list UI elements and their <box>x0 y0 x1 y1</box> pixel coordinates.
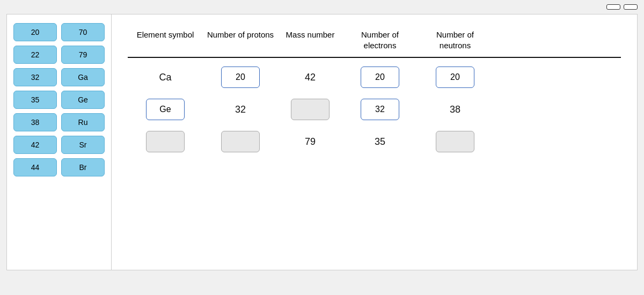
sidebar-btn-col1[interactable]: 20 <box>13 23 57 41</box>
sidebar-row: 2070 <box>13 23 105 41</box>
sidebar-btn-col1[interactable]: 32 <box>13 68 57 86</box>
cell-electrons-0[interactable] <box>342 67 418 88</box>
column-header-3: Number of electrons <box>342 25 418 55</box>
cell-mass-2-text: 79 <box>305 136 316 148</box>
cell-electrons-2-text: 35 <box>375 136 385 148</box>
cell-element-1-input[interactable] <box>146 99 185 120</box>
sidebar-btn-col2[interactable]: 70 <box>61 23 105 41</box>
cell-element-1[interactable] <box>128 99 203 120</box>
cell-neutrons-0-input[interactable] <box>436 67 474 88</box>
cell-neutrons-0[interactable] <box>418 67 493 88</box>
cell-protons-0-input[interactable] <box>221 67 260 88</box>
sidebar: 2070227932Ga35Ge38Ru42Sr44Br <box>7 14 112 270</box>
reset-button[interactable] <box>606 4 620 10</box>
column-header-2: Mass number <box>278 25 342 55</box>
sidebar-btn-col1[interactable]: 35 <box>13 91 57 109</box>
sidebar-row: 38Ru <box>13 113 105 131</box>
table-row-0: Ca42 <box>128 67 621 88</box>
sidebar-btn-col1[interactable]: 42 <box>13 136 57 154</box>
table-header: Element symbolNumber of protonsMass numb… <box>128 25 621 55</box>
cell-mass-1-input[interactable] <box>291 99 330 120</box>
cell-neutrons-2[interactable] <box>418 131 493 152</box>
sidebar-row: 2279 <box>13 46 105 64</box>
table-row-2: 7935 <box>128 131 621 152</box>
top-bar <box>0 0 644 14</box>
cell-neutrons-2-input[interactable] <box>436 131 474 152</box>
sidebar-btn-col2[interactable]: Br <box>61 158 105 176</box>
cell-neutrons-1: 38 <box>418 104 493 115</box>
table-row-1: 3238 <box>128 99 621 120</box>
column-header-1: Number of protons <box>203 25 278 55</box>
sidebar-btn-col1[interactable]: 22 <box>13 46 57 64</box>
sidebar-row: 32Ga <box>13 68 105 86</box>
cell-electrons-1-input[interactable] <box>361 99 399 120</box>
cell-element-2-input[interactable] <box>146 131 185 152</box>
cell-electrons-2: 35 <box>342 136 418 148</box>
sidebar-row: 44Br <box>13 158 105 176</box>
sidebar-btn-col2[interactable]: Ru <box>61 113 105 131</box>
column-header-4: Number of neutrons <box>418 25 493 55</box>
sidebar-btn-col1[interactable]: 38 <box>13 113 57 131</box>
sidebar-row: 42Sr <box>13 136 105 154</box>
sidebar-row: 35Ge <box>13 91 105 109</box>
sidebar-btn-col2[interactable]: Ge <box>61 91 105 109</box>
sidebar-btn-col2[interactable]: Ga <box>61 68 105 86</box>
sidebar-btn-col2[interactable]: Sr <box>61 136 105 154</box>
cell-electrons-1[interactable] <box>342 99 418 120</box>
column-header-0: Element symbol <box>128 25 203 55</box>
main-container: 2070227932Ga35Ge38Ru42Sr44Br Element sym… <box>6 14 638 270</box>
cell-mass-0: 42 <box>278 72 342 83</box>
cell-electrons-0-input[interactable] <box>361 67 399 88</box>
cell-protons-1-text: 32 <box>235 104 246 115</box>
cell-element-0: Ca <box>128 72 203 83</box>
cell-neutrons-1-text: 38 <box>450 104 460 115</box>
cell-protons-0[interactable] <box>203 67 278 88</box>
cell-element-2[interactable] <box>128 131 203 152</box>
sidebar-btn-col1[interactable]: 44 <box>13 158 57 176</box>
help-button[interactable] <box>624 4 638 10</box>
cell-protons-2[interactable] <box>203 131 278 152</box>
cell-mass-1[interactable] <box>278 99 342 120</box>
table-body: Ca4232387935 <box>128 67 621 152</box>
cell-mass-0-text: 42 <box>305 72 316 83</box>
table-divider <box>128 57 621 58</box>
sidebar-btn-col2[interactable]: 79 <box>61 46 105 64</box>
cell-protons-2-input[interactable] <box>221 131 260 152</box>
content-area: Element symbolNumber of protonsMass numb… <box>112 14 637 270</box>
cell-mass-2: 79 <box>278 136 342 148</box>
cell-element-0-text: Ca <box>159 72 171 83</box>
cell-protons-1: 32 <box>203 104 278 115</box>
